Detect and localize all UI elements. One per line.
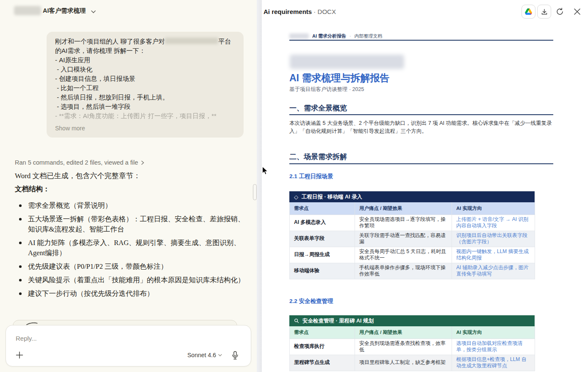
table-col-header: AI 实现方向 [452, 202, 535, 215]
doc-section1-body: 本次访谈涵盖 5 大业务场景、2 个平台级能力缺口，识别出 7 项 AI 功能需… [289, 119, 554, 135]
magnifier-icon [294, 318, 299, 323]
doc-title: AI 需求梳理与拆解报告 [289, 72, 389, 85]
response-bullet-list: 需求全景概览（背景说明）五大场景逐一拆解（带彩色表格）：工程日报、安全检查、差旅… [15, 201, 246, 299]
table-col-header: AI 实现方向 [452, 326, 535, 339]
chat-panel: AI客户需求梳理 刚才和一个项目组的人 聊了很多客户对平台 的AI需求，请你梳理… [0, 0, 257, 372]
attach-plus-button[interactable] [15, 351, 25, 360]
table1-caption: ◇ 工程日报 · 移动端 AI 录入 [289, 191, 535, 202]
table-col-header: 需求点 [290, 326, 355, 339]
table-cell: 上传图片 + 语音/文字 → AI 识别内容自动填入字段 [452, 215, 535, 231]
user-message-bubble: 刚才和一个项目组的人 聊了很多客户对平台 的AI需求，请你梳理 拆解一下： - … [47, 32, 244, 138]
chevron-right-icon [141, 160, 144, 165]
table-row: AI 多模态录入安全员现场需选项目→逐字段填写，操作繁琐上传图片 + 语音/文字… [290, 215, 535, 231]
mouse-cursor [262, 166, 269, 177]
table-cell: 选项目自动加载对应检查项清单，按类分组展示 [452, 339, 535, 355]
table-cell: 日报→周报生成 [290, 247, 355, 263]
reply-composer[interactable]: Reply... Sonnet 4.6 [6, 325, 251, 366]
document-preview-panel: Ai requirements · DOCX AI 需求分析报告 · 内部整理文… [257, 0, 588, 372]
table-engineering-daily: ◇ 工程日报 · 移动端 AI 录入 需求点用户痛点 / 期望效果AI 实现方向… [289, 191, 535, 279]
table-row: 里程碑节点生成项目里程碑靠人工制定，缺乏参考框架根据项目信息+检查项，LLM 自… [290, 355, 535, 371]
table-cell: 关联表单字段 [290, 231, 355, 247]
doc-section2-rule [289, 163, 553, 164]
doc-header-logo-blurred [289, 33, 309, 39]
doc-subtitle: 基于项目组客户访谈整理 · 2025 [289, 86, 364, 93]
response-bullet: 需求全景概览（背景说明） [28, 201, 246, 211]
user-message-body: 的AI需求，请你梳理 拆解一下： - AI原生应用 - 入口模块化 - 创建项目… [55, 46, 235, 111]
workspace-logo-blurred [14, 6, 41, 15]
table-cell: 手机端表单操作步骤多，现场环境下操作效率低 [355, 263, 452, 279]
table-cell: 里程碑节点生成 [290, 355, 355, 371]
conversation-title[interactable]: AI客户需求梳理 [43, 7, 86, 15]
microphone-button[interactable] [231, 351, 240, 360]
response-intro: Word 文档已生成，包含六个完整章节： [15, 171, 246, 181]
table-cell: 安全员现场需选项目→逐字段填写，操作繁琐 [355, 215, 452, 231]
show-more-link[interactable]: Show more [55, 124, 235, 133]
table-cell: 安全员每周手动汇总 5 天日志，耗时且格式不统一 [355, 247, 452, 263]
table-row: 日报→周报生成安全员每周手动汇总 5 天日志，耗时且格式不统一视图内一键触发，L… [290, 247, 535, 263]
user-message-faded-line: - **需求：AI角度功能：上传图片 打一些字，项目日报，** [55, 111, 235, 121]
response-bullet: AI 能力矩阵（多模态录入、RAG、规则引擎、摘要生成、意图识别、Agent编排… [28, 238, 246, 258]
docx-preview-canvas: AI 需求分析报告 · 内部整理文档 AI 需求梳理与拆解报告 基于项目组客户访… [257, 0, 588, 372]
table-cell: 识别项目后自动带出关联表字段（含图片字段） [452, 231, 535, 247]
table-col-header: 用户痛点 / 期望效果 [355, 202, 452, 215]
table-row: 移动端体验手机端表单操作步骤多，现场环境下操作效率低AI 辅助录入减少点击步骤，… [290, 263, 535, 279]
doc-section1-rule [289, 114, 553, 115]
model-selector-chevron-icon [218, 354, 222, 357]
response-bullet: 优先级建议表（P0/P1/P2 三级，带颜色标注） [28, 262, 246, 272]
table-cell: 移动端体验 [290, 263, 355, 279]
redacted-platform-name [165, 38, 218, 44]
table-cell: AI 多模态录入 [290, 215, 355, 231]
doc-section21-heading: 2.1 工程日报场景 [289, 173, 333, 180]
table-row: 检查项库执行安全员到现场需逐条查找检查项，效率低选项目自动加载对应检查项清单，按… [290, 339, 535, 355]
table-cell: 视图内一键触发，LLM 摘要生成结构化周报 [452, 247, 535, 263]
table1: 需求点用户痛点 / 期望效果AI 实现方向AI 多模态录入安全员现场需选项目→逐… [289, 202, 535, 279]
doc-section1-heading: 一、需求全景概览 [289, 103, 347, 113]
doc-section2-heading: 二、场景需求拆解 [289, 152, 347, 162]
doc-running-header: AI 需求分析报告 · 内部整理文档 [289, 33, 382, 39]
table-row: 关联表单字段关联字段需手动逐一查找匹配，容易遗漏识别项目后自动带出关联表字段（含… [290, 231, 535, 247]
table-cell: 项目里程碑靠人工制定，缺乏参考框架 [355, 355, 452, 371]
table-col-header: 用户痛点 / 期望效果 [355, 326, 452, 339]
table-cell: 检查项库执行 [290, 339, 355, 355]
diamond-icon: ◇ [294, 194, 298, 200]
table2: 需求点用户痛点 / 期望效果AI 实现方向检查项库执行安全员到现场需逐条查找检查… [289, 326, 535, 371]
response-structure-label: 文档结构： [15, 185, 246, 194]
reply-input[interactable]: Reply... [16, 335, 37, 342]
table-cell: AI 辅助录入减少点击步骤，图片直传免手动填写 [452, 263, 535, 279]
table2-caption: 安全检查管理 · 里程碑 AI 规划 [289, 315, 535, 326]
table-col-header: 需求点 [290, 202, 355, 215]
table-cell: 根据项目信息+检查项，LLM 自动生成大致里程碑节点 [452, 355, 535, 371]
conversation-title-chevron-icon[interactable] [91, 8, 96, 16]
response-bullet: 关键风险提示（着重点出「技能难用」的根本原因是知识库未结构化） [28, 275, 246, 285]
tool-activity-summary[interactable]: Ran 5 commands, edited 2 files, viewed a… [15, 159, 144, 166]
response-bullet: 建议下一步行动（按优先级分迭代排布） [28, 289, 246, 299]
doc-title-blurred [290, 55, 404, 69]
table-cell: 安全员到现场需逐条查找检查项，效率低 [355, 339, 452, 355]
doc-header-rule [289, 40, 553, 41]
assistant-response: Word 文档已生成，包含六个完整章节： 文档结构： 需求全景概览（背景说明）五… [15, 171, 246, 302]
table-safety-inspection: 安全检查管理 · 里程碑 AI 规划 需求点用户痛点 / 期望效果AI 实现方向… [289, 315, 535, 371]
table-cell: 关联字段需手动逐一查找匹配，容易遗漏 [355, 231, 452, 247]
doc-section22-heading: 2.2 安全检查管理 [289, 298, 333, 305]
model-selector[interactable]: Sonnet 4.6 [187, 352, 222, 358]
panel-resize-handle[interactable] [253, 184, 257, 200]
response-bullet: 五大场景逐一拆解（带彩色表格）：工程日报、安全检查、差旅报销、知识库&流程发起、… [28, 214, 246, 234]
user-message-line1: 刚才和一个项目组的人 聊了很多客户对 [55, 38, 165, 45]
